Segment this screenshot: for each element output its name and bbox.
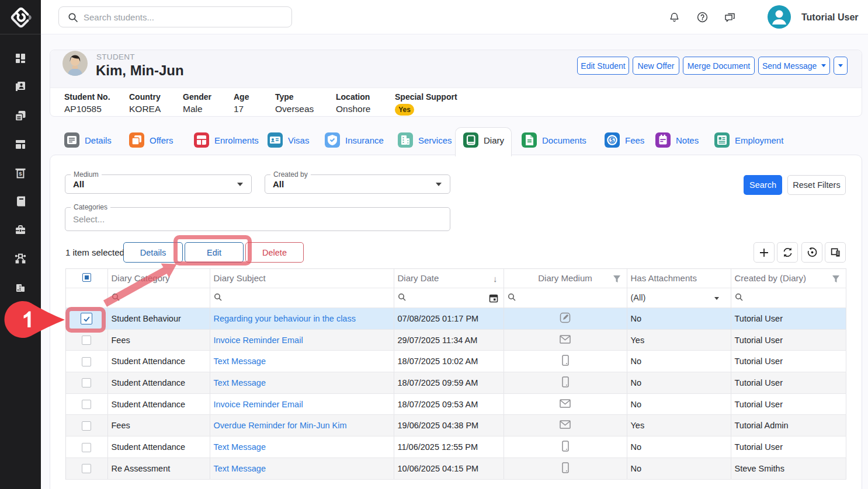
svg-text:$: $	[610, 137, 614, 144]
svg-text:$: $	[19, 170, 22, 177]
